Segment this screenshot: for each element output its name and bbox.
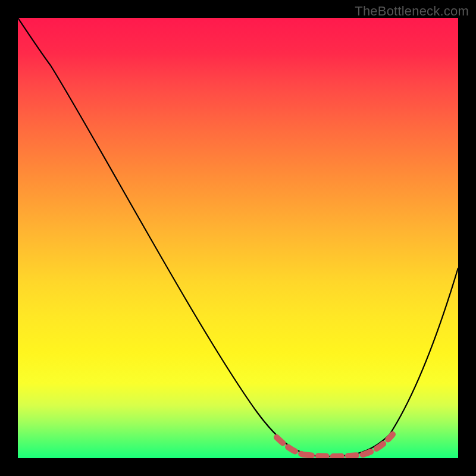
chart-frame: TheBottleneck.com [0, 0, 476, 476]
plot-area [18, 18, 458, 458]
bottleneck-curve [18, 18, 458, 456]
highlight-segment-left [277, 437, 303, 455]
highlight-segment-bottom [303, 455, 363, 456]
watermark-label: TheBottleneck.com [355, 4, 469, 19]
curve-layer [18, 18, 458, 458]
highlight-segment-right [363, 434, 393, 455]
